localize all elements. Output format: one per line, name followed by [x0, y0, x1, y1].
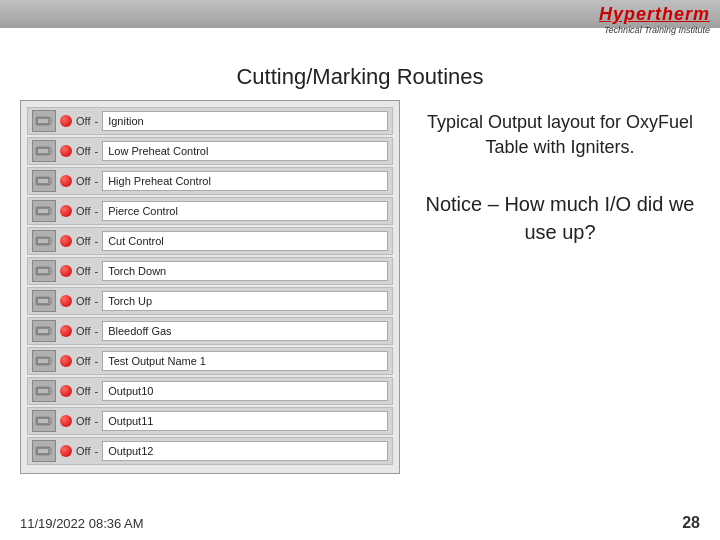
table-row: Off-Bleedoff Gas	[27, 317, 393, 345]
main-content: Off-Ignition Off-Low Preheat Control Off…	[0, 100, 720, 474]
table-row: Off-Low Preheat Control	[27, 137, 393, 165]
logo-area: Hypertherm Technical Training Institute	[599, 4, 710, 35]
table-row: Off-Output11	[27, 407, 393, 435]
footer: 11/19/2022 08:36 AM 28	[20, 514, 700, 532]
off-label: Off	[76, 205, 90, 217]
status-dot	[60, 355, 72, 367]
output-name[interactable]: Pierce Control	[102, 201, 388, 221]
off-label: Off	[76, 445, 90, 457]
svg-rect-8	[49, 178, 52, 184]
off-label: Off	[76, 325, 90, 337]
table-row: Off-Torch Up	[27, 287, 393, 315]
output-name[interactable]: Test Output Name 1	[102, 351, 388, 371]
table-row: Off-Test Output Name 1	[27, 347, 393, 375]
off-label: Off	[76, 295, 90, 307]
status-dot	[60, 265, 72, 277]
status-dot	[60, 445, 72, 457]
tool-icon	[32, 380, 56, 402]
table-row: Off-Pierce Control	[27, 197, 393, 225]
svg-rect-2	[49, 118, 52, 124]
off-label: Off	[76, 385, 90, 397]
output-name[interactable]: Output10	[102, 381, 388, 401]
output-name[interactable]: Low Preheat Control	[102, 141, 388, 161]
dash-separator: -	[94, 415, 98, 427]
output-name[interactable]: Cut Control	[102, 231, 388, 251]
table-row: Off-Output10	[27, 377, 393, 405]
dash-separator: -	[94, 355, 98, 367]
svg-rect-20	[49, 298, 52, 304]
svg-rect-14	[49, 238, 52, 244]
dash-separator: -	[94, 145, 98, 157]
off-label: Off	[76, 415, 90, 427]
dash-separator: -	[94, 115, 98, 127]
output-name[interactable]: Torch Down	[102, 261, 388, 281]
tool-icon	[32, 410, 56, 432]
svg-rect-25	[38, 359, 48, 363]
off-label: Off	[76, 175, 90, 187]
footer-date: 11/19/2022 08:36 AM	[20, 516, 144, 531]
svg-rect-29	[49, 388, 52, 394]
svg-rect-23	[49, 328, 52, 334]
status-dot	[60, 205, 72, 217]
dash-separator: -	[94, 385, 98, 397]
table-row: Off-Ignition	[27, 107, 393, 135]
svg-rect-7	[38, 179, 48, 183]
output-name[interactable]: Bleedoff Gas	[102, 321, 388, 341]
dash-separator: -	[94, 295, 98, 307]
svg-rect-31	[38, 419, 48, 423]
tool-icon	[32, 170, 56, 192]
off-label: Off	[76, 115, 90, 127]
dash-separator: -	[94, 265, 98, 277]
svg-rect-19	[38, 299, 48, 303]
svg-rect-16	[38, 269, 48, 273]
dash-separator: -	[94, 235, 98, 247]
off-label: Off	[76, 265, 90, 277]
status-dot	[60, 115, 72, 127]
output-name[interactable]: Output12	[102, 441, 388, 461]
svg-rect-1	[38, 119, 48, 123]
logo-text: Hypertherm	[599, 4, 710, 25]
svg-rect-34	[38, 449, 48, 453]
tool-icon	[32, 260, 56, 282]
output-name[interactable]: Torch Up	[102, 291, 388, 311]
footer-page: 28	[682, 514, 700, 532]
page-title: Cutting/Marking Routines	[0, 64, 720, 90]
status-dot	[60, 385, 72, 397]
svg-rect-32	[49, 418, 52, 424]
table-row: Off-Output12	[27, 437, 393, 465]
status-dot	[60, 235, 72, 247]
dash-separator: -	[94, 175, 98, 187]
tool-icon	[32, 290, 56, 312]
tool-icon	[32, 200, 56, 222]
status-dot	[60, 175, 72, 187]
table-row: Off-High Preheat Control	[27, 167, 393, 195]
status-dot	[60, 145, 72, 157]
tool-icon	[32, 320, 56, 342]
dash-separator: -	[94, 205, 98, 217]
tool-icon	[32, 110, 56, 132]
table-row: Off-Cut Control	[27, 227, 393, 255]
off-label: Off	[76, 355, 90, 367]
svg-rect-5	[49, 148, 52, 154]
output-name[interactable]: High Preheat Control	[102, 171, 388, 191]
logo-subtitle: Technical Training Institute	[599, 25, 710, 35]
status-dot	[60, 295, 72, 307]
tool-icon	[32, 440, 56, 462]
status-dot	[60, 415, 72, 427]
notice-text: Notice – How much I/O did we use up?	[420, 190, 700, 246]
output-table: Off-Ignition Off-Low Preheat Control Off…	[20, 100, 400, 474]
tool-icon	[32, 350, 56, 372]
svg-rect-22	[38, 329, 48, 333]
svg-rect-17	[49, 268, 52, 274]
right-panel: Typical Output layout for OxyFuel Table …	[420, 100, 700, 474]
output-name[interactable]: Ignition	[102, 111, 388, 131]
tool-icon	[32, 230, 56, 252]
off-label: Off	[76, 235, 90, 247]
dash-separator: -	[94, 445, 98, 457]
svg-rect-4	[38, 149, 48, 153]
output-name[interactable]: Output11	[102, 411, 388, 431]
svg-rect-35	[49, 448, 52, 454]
svg-rect-11	[49, 208, 52, 214]
tool-icon	[32, 140, 56, 162]
svg-rect-28	[38, 389, 48, 393]
